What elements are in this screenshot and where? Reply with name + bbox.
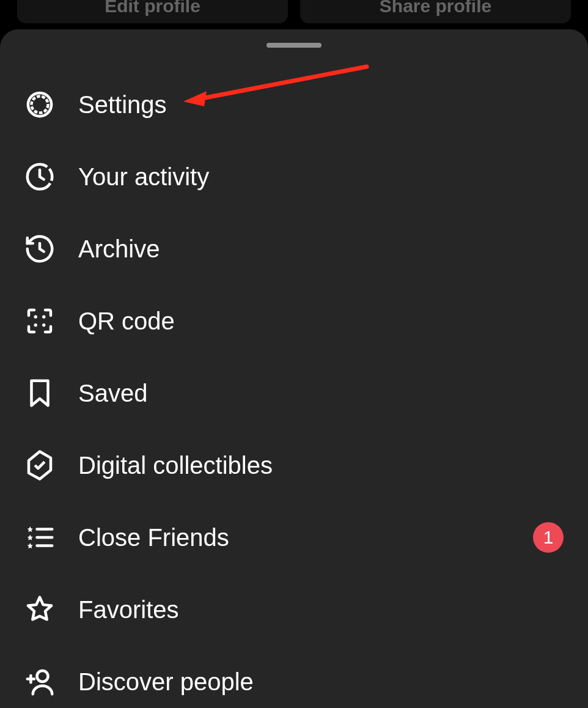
- menu-item-settings[interactable]: Settings: [0, 68, 588, 141]
- archive-icon: [23, 232, 56, 265]
- menu-label: Favorites: [78, 596, 564, 624]
- share-profile-button[interactable]: Share profile: [300, 0, 571, 23]
- close-friends-badge: 1: [533, 522, 564, 553]
- menu-item-digital-collectibles[interactable]: Digital collectibles: [0, 429, 588, 501]
- menu-label: Discover people: [78, 668, 564, 696]
- menu-label: Digital collectibles: [78, 452, 564, 479]
- edit-profile-label: Edit profile: [105, 0, 200, 17]
- menu-item-archive[interactable]: Archive: [0, 213, 588, 285]
- share-profile-label: Share profile: [380, 0, 491, 17]
- menu-label: QR code: [78, 308, 564, 335]
- menu-item-your-activity[interactable]: Your activity: [0, 141, 588, 213]
- qr-icon: [23, 304, 56, 337]
- menu-label: Saved: [78, 380, 564, 407]
- star-icon: [23, 593, 56, 626]
- svg-point-5: [34, 323, 37, 326]
- svg-point-7: [37, 671, 48, 682]
- menu-item-qr-code[interactable]: QR code: [0, 285, 588, 357]
- svg-point-1: [32, 97, 48, 113]
- bottom-sheet: Settings Your activity Archive: [0, 29, 588, 708]
- menu-item-favorites[interactable]: Favorites: [0, 573, 588, 646]
- bookmark-icon: [23, 377, 56, 410]
- gear-icon: [23, 88, 56, 121]
- svg-point-3: [34, 315, 37, 319]
- hex-check-icon: [23, 449, 56, 482]
- menu-item-discover-people[interactable]: Discover people: [0, 646, 588, 708]
- list-stars-icon: [23, 521, 56, 554]
- add-person-icon: [23, 665, 56, 698]
- menu-label: Archive: [78, 235, 564, 263]
- menu-item-close-friends[interactable]: Close Friends 1: [0, 501, 588, 573]
- svg-point-4: [42, 315, 45, 319]
- menu-label: Your activity: [78, 163, 564, 191]
- edit-profile-button[interactable]: Edit profile: [17, 0, 288, 23]
- menu-label: Settings: [78, 91, 564, 119]
- sheet-grabber[interactable]: [266, 43, 322, 48]
- menu-label: Close Friends: [78, 524, 533, 551]
- svg-point-6: [42, 323, 45, 326]
- profile-buttons-row: Edit profile Share profile: [0, 0, 588, 23]
- menu-item-saved[interactable]: Saved: [0, 357, 588, 429]
- activity-icon: [23, 160, 56, 193]
